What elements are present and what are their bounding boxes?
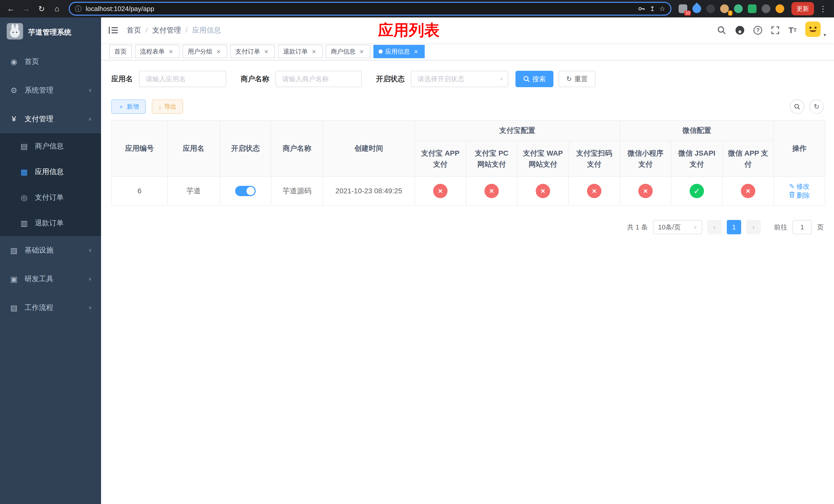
goto-page-input[interactable] xyxy=(792,220,812,234)
puzzle-extension-icon[interactable] xyxy=(762,4,770,13)
sidebar-item-app-info[interactable]: ▦应用信息 xyxy=(0,159,101,185)
browser-update-button[interactable]: 更新 xyxy=(791,2,814,15)
tab-close-icon[interactable]: × xyxy=(263,48,270,55)
logo-row[interactable]: 芋道管理系统 xyxy=(0,18,101,47)
address-bar[interactable]: ⓘ localhost:1024/pay/app ↥ ☆ xyxy=(69,2,672,16)
app-table: 应用编号 应用名 开启状态 商户名称 创建时间 支付宝配置 微信配置 操作 支付… xyxy=(111,120,824,206)
sidebar-item-dev-tools[interactable]: ▣研发工具∨ xyxy=(0,265,101,293)
table-body: 6芋道芋道源码2021-10-23 08:49:25×××××✓×✎修改删除 xyxy=(112,177,825,205)
search-icon[interactable] xyxy=(717,26,726,35)
toggle-search-icon[interactable] xyxy=(790,99,804,114)
chevron-up-icon: ∧ xyxy=(88,116,92,122)
help-icon[interactable]: ? xyxy=(753,26,762,35)
export-button[interactable]: ↓ 导出 xyxy=(152,99,183,114)
add-button[interactable]: ＋ 新增 xyxy=(111,99,146,114)
status-label: 开启状态 xyxy=(376,74,405,84)
sidebar-item-payment[interactable]: ¥支付管理∧ xyxy=(0,105,101,133)
bookmark-star-icon[interactable]: ☆ xyxy=(659,5,665,13)
col-wechat-mini: 微信小程序支付 xyxy=(620,141,671,177)
sidebar-item-infrastructure[interactable]: ▧基础设施∨ xyxy=(0,236,101,265)
github-icon[interactable] xyxy=(735,25,745,35)
tab-2[interactable]: 用户分组× xyxy=(182,45,227,58)
forward-icon[interactable]: → xyxy=(20,2,33,15)
grid-extension-icon[interactable]: 10 xyxy=(679,4,687,13)
sidebar-item-system[interactable]: ⚙系统管理∨ xyxy=(0,76,101,105)
tab-5[interactable]: 商户信息× xyxy=(326,45,370,58)
sidebar-item-label: 研发工具 xyxy=(25,274,53,284)
order-icon: ◎ xyxy=(20,193,29,202)
tab-label: 退款订单 xyxy=(283,47,308,55)
refresh-icon: ↻ xyxy=(566,75,572,83)
tab-3[interactable]: 支付订单× xyxy=(230,45,275,58)
plus-icon: ＋ xyxy=(118,102,124,111)
col-created: 创建时间 xyxy=(323,120,415,177)
tab-1[interactable]: 流程表单× xyxy=(135,45,179,58)
tab-4[interactable]: 退款订单× xyxy=(278,45,323,58)
dark-extension-icon[interactable] xyxy=(706,4,715,13)
status-toggle[interactable] xyxy=(235,186,256,196)
breadcrumb: 首页 / 支付管理 / 应用信息 xyxy=(127,25,221,35)
col-alipay-pc: 支付宝 PC 网站支付 xyxy=(466,141,517,177)
sidebar-item-home[interactable]: ◉首页 xyxy=(0,47,101,76)
refresh-table-icon[interactable]: ↻ xyxy=(809,99,824,114)
tab-close-icon[interactable]: × xyxy=(215,48,222,55)
total-count: 共 1 条 xyxy=(627,223,648,232)
status-select[interactable]: 请选择开启状态 ∨ xyxy=(411,71,508,87)
doc-icon: ▥ xyxy=(20,219,29,228)
navbar: 首页 / 支付管理 / 应用信息 应用列表 ? TT xyxy=(101,18,834,43)
merchant-name-input[interactable] xyxy=(276,71,361,87)
reload-icon[interactable]: ↻ xyxy=(35,2,48,15)
app-name-input[interactable] xyxy=(139,71,226,87)
back-icon[interactable]: ← xyxy=(4,2,18,15)
sidebar-item-pay-order[interactable]: ◎支付订单 xyxy=(0,185,101,210)
home-icon[interactable]: ⌂ xyxy=(50,2,64,15)
tab-close-icon[interactable]: × xyxy=(167,48,174,55)
next-page-button[interactable]: › xyxy=(746,220,761,234)
share-icon[interactable]: ↥ xyxy=(650,5,655,13)
cross-circle-icon: × xyxy=(638,184,653,198)
pagination: 共 1 条 10条/页 ∨ ‹ 1 › 前往 页 xyxy=(111,220,824,234)
active-tab-dot xyxy=(378,49,382,53)
browser-menu-icon[interactable]: ⋮ xyxy=(816,4,830,13)
user-avatar-menu[interactable]: ▼ xyxy=(805,22,827,39)
collapse-sidebar-icon[interactable] xyxy=(108,26,118,35)
col-app-name: 应用名 xyxy=(168,120,220,177)
page-size-select[interactable]: 10条/页 ∨ xyxy=(653,220,702,234)
site-info-icon[interactable]: ⓘ xyxy=(75,4,82,13)
emoji-extension-icon[interactable] xyxy=(775,4,784,13)
card-icon: ▤ xyxy=(20,142,29,151)
tab-close-icon[interactable]: × xyxy=(310,48,317,55)
vue-devtools-icon[interactable] xyxy=(734,4,743,13)
tab-close-icon[interactable]: × xyxy=(412,48,420,55)
cell-channel: × xyxy=(569,177,620,205)
breadcrumb-home[interactable]: 首页 xyxy=(127,25,141,35)
tab-0[interactable]: 首页 xyxy=(109,45,132,58)
sidebar-item-workflow[interactable]: ▨工作流程∨ xyxy=(0,293,101,322)
password-key-icon[interactable] xyxy=(638,5,645,13)
font-size-icon[interactable]: TT xyxy=(788,26,796,35)
main-area: 首页 / 支付管理 / 应用信息 应用列表 ? TT xyxy=(101,18,834,504)
page-number-button[interactable]: 1 xyxy=(727,220,741,234)
tab-close-icon[interactable]: × xyxy=(358,48,365,55)
drop-extension-icon[interactable] xyxy=(690,3,703,15)
tab-label: 首页 xyxy=(114,47,127,55)
prev-page-button[interactable]: ‹ xyxy=(707,220,722,234)
url-text[interactable]: localhost:1024/pay/app xyxy=(86,5,634,13)
gear-icon: ⚙ xyxy=(9,86,19,95)
delete-link[interactable]: 删除 xyxy=(789,191,810,200)
sidebar-item-merchant-info[interactable]: ▤商户信息 xyxy=(0,133,101,159)
toolbar: ＋ 新增 ↓ 导出 ↻ xyxy=(111,99,824,114)
search-button[interactable]: 搜索 xyxy=(515,71,553,87)
edit-link[interactable]: ✎修改 xyxy=(789,182,810,191)
breadcrumb-payment[interactable]: 支付管理 xyxy=(152,25,181,35)
tab-6[interactable]: 应用信息× xyxy=(373,45,425,58)
edit-pencil-icon: ✎ xyxy=(789,183,795,190)
avatar-extension-icon[interactable]: 1 xyxy=(720,4,729,13)
fullscreen-icon[interactable] xyxy=(771,26,780,35)
extensions-cluster: 101 xyxy=(679,4,784,13)
breadcrumb-current: 应用信息 xyxy=(192,25,221,35)
cell-channel: × xyxy=(466,177,517,205)
chat-extension-icon[interactable] xyxy=(748,4,756,13)
sidebar-item-refund-order[interactable]: ▥退款订单 xyxy=(0,210,101,236)
reset-button[interactable]: ↻ 重置 xyxy=(558,71,595,87)
